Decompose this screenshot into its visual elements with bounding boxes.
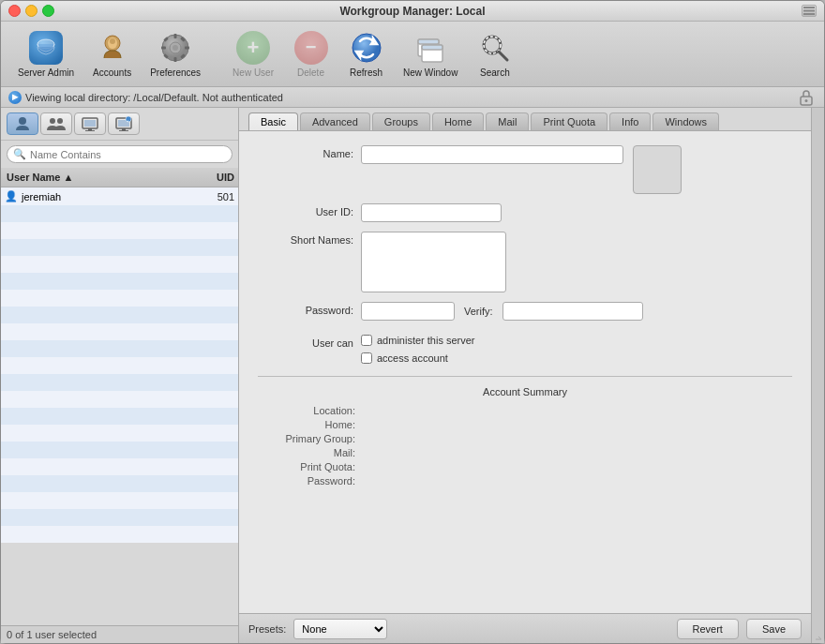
preferences-button[interactable]: Preferences xyxy=(142,27,208,82)
tab-home[interactable]: Home xyxy=(432,112,484,130)
name-row: Name: xyxy=(258,145,792,194)
user-view-button[interactable] xyxy=(7,112,38,135)
summary-mail-label: Mail: xyxy=(258,447,361,458)
server-admin-label: Server Admin xyxy=(18,67,74,78)
user-list-header: User Name ▲ UID xyxy=(1,168,238,187)
user-name-cell: 👤 jeremiah xyxy=(1,189,191,203)
refresh-button[interactable]: Refresh xyxy=(340,27,392,82)
revert-button[interactable]: Revert xyxy=(677,619,739,639)
name-input[interactable] xyxy=(361,145,623,164)
uid-column-header[interactable]: UID xyxy=(191,170,238,185)
summary-password-label: Password: xyxy=(258,475,361,487)
accounts-icon xyxy=(96,31,129,65)
directory-icon: ▶ xyxy=(8,91,22,104)
new-user-label: New User xyxy=(232,67,274,78)
sidebar-footer: 0 of 1 user selected xyxy=(1,625,238,643)
svg-rect-34 xyxy=(88,128,92,130)
accounts-button[interactable]: Accounts xyxy=(85,27,139,82)
tab-bar: Basic Advanced Groups Home Mail Print Qu… xyxy=(239,108,811,131)
short-names-label: Short Names: xyxy=(258,232,361,246)
access-account-row: access account xyxy=(361,352,475,364)
delete-icon: − xyxy=(294,31,328,65)
save-button[interactable]: Save xyxy=(746,619,802,639)
new-window-label: New Window xyxy=(403,67,458,78)
svg-point-29 xyxy=(19,117,26,125)
short-names-textarea[interactable] xyxy=(361,232,506,292)
minimize-button[interactable] xyxy=(25,5,38,17)
search-button[interactable]: Search xyxy=(469,27,520,82)
search-icon xyxy=(478,31,512,65)
user-row-icon: 👤 xyxy=(5,190,18,202)
svg-rect-35 xyxy=(85,130,95,131)
user-name-value: jeremiah xyxy=(22,191,61,202)
window-controls xyxy=(8,5,54,17)
delete-label: Delete xyxy=(297,67,324,78)
svg-rect-9 xyxy=(174,34,177,38)
password-label: Password: xyxy=(258,302,361,316)
svg-rect-10 xyxy=(174,57,177,62)
admin-server-label: administer this server xyxy=(377,335,475,346)
new-window-button[interactable]: New Window xyxy=(396,27,465,82)
password-input[interactable] xyxy=(361,302,455,321)
maximize-button[interactable] xyxy=(42,5,54,17)
search-input[interactable] xyxy=(30,149,226,160)
password-row: Password: Verify: xyxy=(258,302,792,321)
lock-button[interactable] xyxy=(796,87,817,108)
computer-view-button[interactable] xyxy=(74,112,106,135)
summary-password-row: Password: xyxy=(258,475,792,487)
tab-print-quota[interactable]: Print Quota xyxy=(531,112,608,130)
status-text: Viewing local directory: /Local/Default.… xyxy=(25,92,283,103)
user-uid-cell: 501 xyxy=(191,190,238,203)
form-area: Name: User ID: Short Names: Password: xyxy=(239,131,811,613)
svg-rect-11 xyxy=(161,46,166,49)
tab-windows[interactable]: Windows xyxy=(652,112,719,130)
search-magnifier-icon: 🔍 xyxy=(13,148,26,160)
server-admin-button[interactable]: Server Admin xyxy=(10,27,82,82)
bottom-bar: Presets: None Revert Save xyxy=(239,613,811,643)
user-id-input[interactable] xyxy=(361,203,502,222)
summary-mail-row: Mail: xyxy=(258,447,792,458)
user-list: User Name ▲ UID 👤 jeremiah 501 xyxy=(1,168,238,625)
tab-info[interactable]: Info xyxy=(609,112,651,130)
summary-location-label: Location: xyxy=(258,405,361,416)
summary-primary-group-row: Primary Group: xyxy=(258,433,792,444)
new-user-button[interactable]: + New User xyxy=(225,27,281,82)
close-button[interactable] xyxy=(8,5,21,17)
sidebar: + 🔍 User Name ▲ UID xyxy=(1,108,239,643)
new-window-icon xyxy=(413,31,447,65)
summary-print-quota-row: Print Quota: xyxy=(258,461,792,472)
svg-point-31 xyxy=(57,118,63,124)
table-row[interactable]: 👤 jeremiah 501 xyxy=(1,187,238,205)
username-column-header[interactable]: User Name ▲ xyxy=(1,170,191,185)
svg-line-26 xyxy=(499,52,507,60)
svg-point-28 xyxy=(805,99,808,102)
summary-primary-group-label: Primary Group: xyxy=(258,433,361,444)
resize-icon[interactable] xyxy=(802,5,817,17)
tab-mail[interactable]: Mail xyxy=(486,112,529,130)
delete-button[interactable]: − Delete xyxy=(285,27,337,82)
presets-select[interactable]: None xyxy=(293,619,387,639)
tab-advanced[interactable]: Advanced xyxy=(300,112,370,130)
main-content: + 🔍 User Name ▲ UID xyxy=(1,108,824,643)
resize-handle[interactable] xyxy=(811,108,824,643)
account-summary-title: Account Summary xyxy=(258,386,792,397)
verify-label: Verify: xyxy=(464,306,493,317)
svg-point-6 xyxy=(110,38,115,44)
user-can-label: User can xyxy=(258,335,361,349)
refresh-label: Refresh xyxy=(350,67,382,78)
preferences-label: Preferences xyxy=(150,67,201,78)
preset-view-button[interactable]: + xyxy=(108,112,140,135)
sidebar-toolbar: + xyxy=(1,108,238,141)
title-bar: Workgroup Manager: Local xyxy=(1,1,824,22)
tab-groups[interactable]: Groups xyxy=(372,112,430,130)
group-view-button[interactable] xyxy=(40,112,72,135)
search-box[interactable]: 🔍 xyxy=(7,145,232,163)
admin-server-checkbox[interactable] xyxy=(361,335,372,346)
tab-basic[interactable]: Basic xyxy=(248,112,298,130)
verify-input[interactable] xyxy=(502,302,643,321)
refresh-icon xyxy=(350,31,383,65)
access-account-checkbox[interactable] xyxy=(361,352,372,364)
svg-rect-23 xyxy=(422,45,442,50)
name-label: Name: xyxy=(258,145,361,159)
photo-placeholder[interactable] xyxy=(633,145,682,194)
